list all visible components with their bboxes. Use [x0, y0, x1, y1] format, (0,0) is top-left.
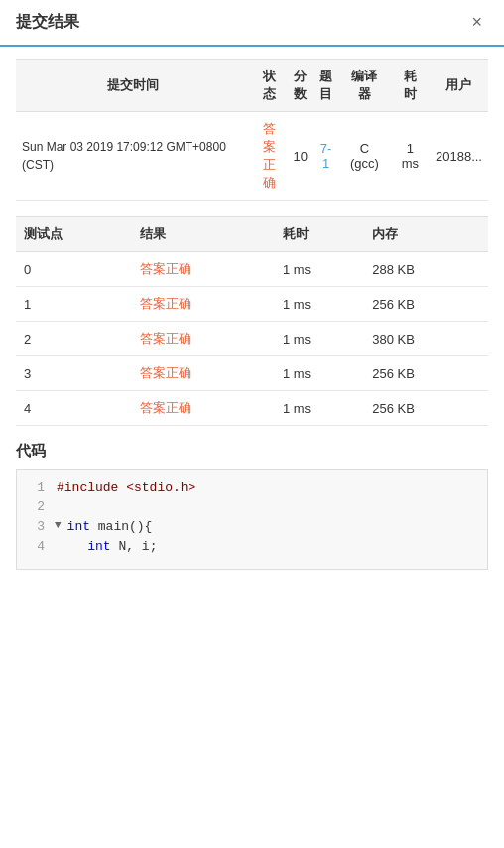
- tp-id: 3: [16, 356, 134, 391]
- col-header-status: 状态: [251, 60, 288, 112]
- tp-result: 答案正确: [134, 391, 277, 426]
- tp-id: 1: [16, 287, 134, 322]
- line-num-1: 1: [17, 480, 53, 499]
- submission-row: Sun Mar 03 2019 17:09:12 GMT+0800 (CST) …: [16, 112, 488, 201]
- submission-time: Sun Mar 03 2019 17:09:12 GMT+0800 (CST): [16, 112, 251, 201]
- code-line-1: 1 #include <stdio.h>: [17, 480, 487, 499]
- submission-section: 提交时间 状态 分数 题目 编译器 耗时 用户 Sun Mar 03 2019 …: [0, 59, 504, 201]
- code-line-4: 4 int N, i;: [17, 539, 487, 559]
- testpoint-row: 1 答案正确 1 ms 256 KB: [16, 287, 488, 322]
- tp-time: 1 ms: [277, 322, 366, 356]
- code-line-2: 2: [17, 499, 487, 519]
- tp-memory: 256 KB: [366, 391, 488, 426]
- submission-compiler: C (gcc): [338, 112, 391, 201]
- tp-id: 0: [16, 252, 134, 287]
- col-header-problem: 题目: [314, 60, 338, 112]
- code-section: 代码 1 #include <stdio.h> 2 3 ▼ int main()…: [0, 442, 504, 570]
- line-content-4: int N, i;: [53, 539, 157, 559]
- col-header-timecost: 耗时: [391, 60, 430, 112]
- submission-problem[interactable]: 7-1: [314, 112, 338, 201]
- col-header-user: 用户: [430, 60, 488, 112]
- testpoints-table: 测试点 结果 耗时 内存 0 答案正确 1 ms 288 KB 1 答案正确 1…: [16, 216, 488, 426]
- submission-time-used: 1 ms: [391, 112, 430, 201]
- tp-result: 答案正确: [134, 322, 277, 356]
- modal-title: 提交结果: [16, 12, 79, 33]
- tp-memory: 256 KB: [366, 356, 488, 391]
- submission-table: 提交时间 状态 分数 题目 编译器 耗时 用户 Sun Mar 03 2019 …: [16, 59, 488, 201]
- tp-memory: 256 KB: [366, 287, 488, 322]
- tp-time: 1 ms: [277, 287, 366, 322]
- col-header-time: 提交时间: [16, 60, 251, 112]
- line-content-3: int main(){: [63, 519, 153, 539]
- submission-status: 答案正确: [251, 112, 288, 201]
- testpoint-row: 4 答案正确 1 ms 256 KB: [16, 391, 488, 426]
- testpoint-row: 3 答案正确 1 ms 256 KB: [16, 356, 488, 391]
- line-num-3: 3: [17, 519, 53, 539]
- tp-result: 答案正确: [134, 252, 277, 287]
- code-title: 代码: [16, 442, 488, 461]
- tp-result: 答案正确: [134, 356, 277, 391]
- tp-id: 2: [16, 322, 134, 356]
- tp-memory: 288 KB: [366, 252, 488, 287]
- col-header-score: 分数: [288, 60, 314, 112]
- arrow-3: ▼: [55, 519, 62, 539]
- tp-col-time: 耗时: [277, 217, 366, 252]
- line-num-4: 4: [17, 539, 53, 559]
- code-line-3: 3 ▼ int main(){: [17, 519, 487, 539]
- tp-time: 1 ms: [277, 391, 366, 426]
- line-num-2: 2: [17, 499, 53, 519]
- tp-memory: 380 KB: [366, 322, 488, 356]
- testpoint-row: 2 答案正确 1 ms 380 KB: [16, 322, 488, 356]
- submission-user: 20188...: [430, 112, 488, 201]
- line-content-2: [53, 499, 57, 519]
- close-button[interactable]: ×: [465, 10, 488, 35]
- code-block: 1 #include <stdio.h> 2 3 ▼ int main(){ 4…: [16, 469, 488, 570]
- testpoints-section: 测试点 结果 耗时 内存 0 答案正确 1 ms 288 KB 1 答案正确 1…: [0, 216, 504, 426]
- line-content-1: #include <stdio.h>: [53, 480, 195, 499]
- testpoint-row: 0 答案正确 1 ms 288 KB: [16, 252, 488, 287]
- tp-col-memory: 内存: [366, 217, 488, 252]
- tp-time: 1 ms: [277, 252, 366, 287]
- tp-result: 答案正确: [134, 287, 277, 322]
- tp-id: 4: [16, 391, 134, 426]
- submission-score: 10: [288, 112, 314, 201]
- tp-time: 1 ms: [277, 356, 366, 391]
- col-header-compiler: 编译器: [338, 60, 391, 112]
- tp-col-result: 结果: [134, 217, 277, 252]
- tp-col-id: 测试点: [16, 217, 134, 252]
- modal-header: 提交结果 ×: [0, 0, 504, 47]
